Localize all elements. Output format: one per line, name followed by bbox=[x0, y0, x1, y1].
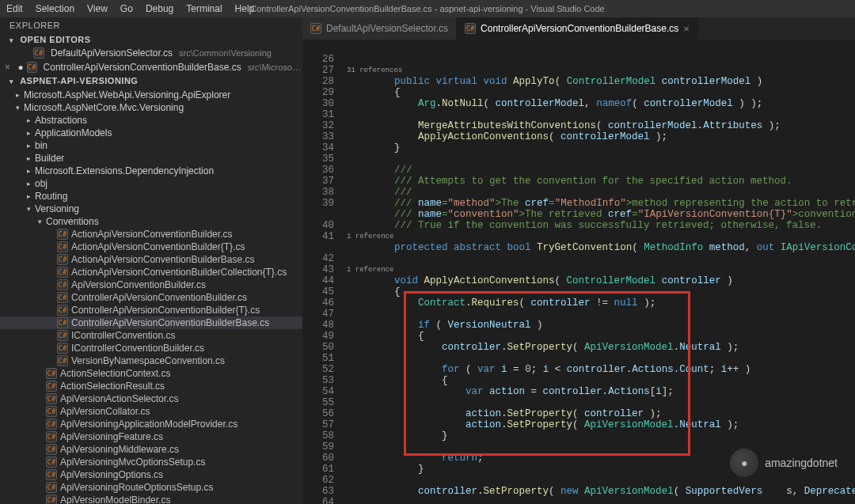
tree-file[interactable]: C#ControllerApiVersionConventionBuilderB… bbox=[0, 316, 302, 329]
menu-go[interactable]: Go bbox=[114, 0, 139, 17]
line-numbers: 2627282930313233343536373839404142434445… bbox=[302, 40, 347, 504]
chevron-icon: ▾ bbox=[38, 218, 46, 225]
tree-folder[interactable]: ▸ bin bbox=[0, 139, 302, 152]
csharp-icon: C# bbox=[57, 229, 68, 240]
csharp-icon: C# bbox=[57, 317, 68, 328]
csharp-icon: C# bbox=[57, 267, 68, 278]
csharp-icon: C# bbox=[57, 305, 68, 316]
chevron-icon: ▸ bbox=[27, 129, 35, 137]
tree-folder[interactable]: ▸ ApplicationModels bbox=[0, 127, 302, 139]
tab-convention-builder-base[interactable]: C# ControllerApiVersionConventionBuilder… bbox=[457, 17, 698, 40]
csharp-icon: C# bbox=[57, 279, 68, 290]
chevron-icon: ▸ bbox=[27, 142, 35, 150]
tree-folder[interactable]: ▾ Conventions bbox=[0, 215, 302, 228]
tree-file[interactable]: C#ApiVersionActionSelector.cs bbox=[0, 392, 302, 405]
code-editor[interactable]: 2627282930313233343536373839404142434445… bbox=[302, 40, 855, 504]
editor-tabs[interactable]: C# DefaultApiVersionSelector.cs C# Contr… bbox=[302, 17, 855, 40]
csharp-icon: C# bbox=[46, 431, 57, 442]
csharp-icon: C# bbox=[27, 62, 37, 73]
explorer-sidebar[interactable]: EXPLORER ▾ OPEN EDITORS C# DefaultApiVer… bbox=[0, 17, 302, 504]
tree-file[interactable]: C#ActionApiVersionConventionBuilder.cs bbox=[0, 228, 302, 241]
tree-file[interactable]: C#ApiVersionConventionBuilder.cs bbox=[0, 279, 302, 291]
tree-file[interactable]: C#ApiVersionModelBinder.cs bbox=[0, 494, 302, 504]
menu-debug[interactable]: Debug bbox=[139, 0, 180, 17]
tree-file[interactable]: C#ActionApiVersionConventionBuilderBase.… bbox=[0, 253, 302, 266]
tree-file[interactable]: C#ActionApiVersionConventionBuilderColle… bbox=[0, 266, 302, 279]
open-editor-item[interactable]: C# DefaultApiVersionSelector.cs src\Comm… bbox=[0, 46, 302, 60]
csharp-icon: C# bbox=[46, 495, 57, 504]
tree-file[interactable]: C#ApiVersioningFeature.cs bbox=[0, 430, 302, 443]
tree-file[interactable]: C#ActionSelectionContext.cs bbox=[0, 367, 302, 380]
watermark: ● amazingdotnet bbox=[730, 449, 838, 477]
tree-file[interactable]: C#ControllerApiVersionConventionBuilder{… bbox=[0, 304, 302, 316]
menu-view[interactable]: View bbox=[81, 0, 114, 17]
menu-bar[interactable]: Edit Selection View Go Debug Terminal He… bbox=[0, 0, 260, 17]
tree-folder[interactable]: ▸ Microsoft.AspNet.WebApi.Versioning.Api… bbox=[0, 89, 302, 101]
tab-default-selector[interactable]: C# DefaultApiVersionSelector.cs bbox=[302, 17, 457, 40]
csharp-icon: C# bbox=[465, 23, 476, 34]
tree-file[interactable]: C#ApiVersioningOptions.cs bbox=[0, 468, 302, 481]
chevron-icon: ▾ bbox=[27, 205, 35, 213]
csharp-icon: C# bbox=[46, 482, 57, 493]
csharp-icon: C# bbox=[57, 343, 68, 354]
watermark-icon: ● bbox=[730, 449, 758, 477]
chevron-icon: ▸ bbox=[27, 154, 35, 162]
explorer-label: EXPLORER bbox=[0, 17, 302, 33]
tree-file[interactable]: C#ApiVersioningMvcOptionsSetup.cs bbox=[0, 456, 302, 468]
chevron-icon: ▾ bbox=[16, 104, 24, 112]
close-icon[interactable]: × bbox=[683, 23, 690, 35]
chevron-icon: ▸ bbox=[27, 116, 35, 124]
open-editors-header[interactable]: ▾ OPEN EDITORS bbox=[0, 33, 302, 46]
csharp-icon: C# bbox=[57, 292, 68, 303]
dirty-icon: ● bbox=[17, 62, 23, 73]
chevron-icon: ▸ bbox=[27, 192, 35, 200]
tree-folder[interactable]: ▸ Builder bbox=[0, 152, 302, 165]
menu-terminal[interactable]: Terminal bbox=[180, 0, 228, 17]
tree-folder[interactable]: ▾ Versioning bbox=[0, 203, 302, 215]
tree-folder[interactable]: ▸ Abstractions bbox=[0, 114, 302, 127]
csharp-icon: C# bbox=[46, 444, 57, 455]
file-tree[interactable]: ▸ Microsoft.AspNet.WebApi.Versioning.Api… bbox=[0, 87, 302, 504]
csharp-icon: C# bbox=[46, 381, 57, 392]
csharp-icon: C# bbox=[57, 241, 68, 252]
chevron-icon: ▸ bbox=[27, 180, 35, 188]
tree-file[interactable]: C#ActionSelectionResult.cs bbox=[0, 380, 302, 392]
tree-folder[interactable]: ▸ Microsoft.Extensions.DependencyInjecti… bbox=[0, 165, 302, 177]
tree-file[interactable]: C#VersionByNamespaceConvention.cs bbox=[0, 354, 302, 367]
menu-edit[interactable]: Edit bbox=[0, 0, 29, 17]
tree-file[interactable]: C#ApiVersioningApplicationModelProvider.… bbox=[0, 418, 302, 430]
tree-file[interactable]: C#ActionApiVersionConventionBuilder{T}.c… bbox=[0, 241, 302, 253]
tree-file[interactable]: C#ApiVersioningMiddleware.cs bbox=[0, 443, 302, 456]
close-icon[interactable]: × bbox=[5, 62, 10, 73]
csharp-icon: C# bbox=[46, 469, 57, 480]
open-editor-item[interactable]: × ● C# ControllerApiVersionConventionBui… bbox=[0, 60, 302, 74]
chevron-icon: ▸ bbox=[16, 91, 24, 99]
tree-file[interactable]: C#ControllerApiVersionConventionBuilder.… bbox=[0, 291, 302, 304]
csharp-icon: C# bbox=[46, 393, 57, 404]
tree-file[interactable]: C#IControllerConventionBuilder.cs bbox=[0, 342, 302, 354]
code-content[interactable]: 31 references public virtual void ApplyT… bbox=[347, 40, 855, 504]
csharp-icon: C# bbox=[33, 47, 44, 59]
tree-folder[interactable]: ▸ Routing bbox=[0, 190, 302, 203]
csharp-icon: C# bbox=[57, 355, 68, 366]
project-header[interactable]: ▾ ASPNET-API-VERSIONING bbox=[0, 74, 302, 87]
csharp-icon: C# bbox=[310, 23, 321, 34]
chevron-icon: ▸ bbox=[27, 167, 35, 175]
tree-folder[interactable]: ▾ Microsoft.AspNetCore.Mvc.Versioning bbox=[0, 101, 302, 114]
tree-folder[interactable]: ▸ obj bbox=[0, 177, 302, 190]
tree-file[interactable]: C#IControllerConvention.cs bbox=[0, 329, 302, 342]
menu-selection[interactable]: Selection bbox=[29, 0, 81, 17]
csharp-icon: C# bbox=[57, 254, 68, 265]
csharp-icon: C# bbox=[46, 368, 57, 379]
csharp-icon: C# bbox=[46, 457, 57, 468]
tree-file[interactable]: C#ApiVersioningRouteOptionsSetup.cs bbox=[0, 481, 302, 494]
menu-help[interactable]: Help bbox=[229, 0, 261, 17]
csharp-icon: C# bbox=[46, 406, 57, 417]
csharp-icon: C# bbox=[57, 330, 68, 341]
tree-file[interactable]: C#ApiVersionCollator.cs bbox=[0, 405, 302, 418]
csharp-icon: C# bbox=[46, 419, 57, 430]
